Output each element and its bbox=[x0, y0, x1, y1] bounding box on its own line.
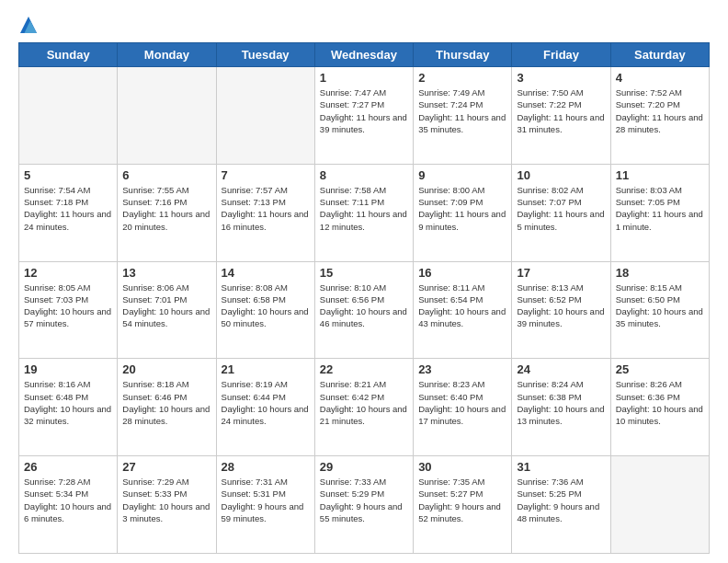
calendar-cell: 30Sunrise: 7:35 AMSunset: 5:27 PMDayligh… bbox=[414, 456, 512, 554]
day-number: 4 bbox=[616, 71, 704, 85]
day-number: 14 bbox=[222, 266, 310, 280]
calendar-cell: 29Sunrise: 7:33 AMSunset: 5:29 PMDayligh… bbox=[314, 456, 413, 554]
day-info: Sunrise: 8:26 AMSunset: 6:36 PMDaylight:… bbox=[616, 378, 704, 427]
day-info: Sunrise: 8:21 AMSunset: 6:42 PMDaylight:… bbox=[320, 378, 408, 427]
logo-icon bbox=[20, 17, 37, 33]
day-info: Sunrise: 7:47 AMSunset: 7:27 PMDaylight:… bbox=[320, 86, 408, 135]
day-info: Sunrise: 7:49 AMSunset: 7:24 PMDaylight:… bbox=[418, 86, 506, 135]
weekday-thursday: Thursday bbox=[414, 43, 512, 67]
week-row: 5Sunrise: 7:54 AMSunset: 7:18 PMDaylight… bbox=[19, 164, 710, 261]
calendar-cell: 2Sunrise: 7:49 AMSunset: 7:24 PMDaylight… bbox=[414, 67, 512, 165]
day-number: 20 bbox=[122, 362, 210, 376]
day-info: Sunrise: 8:06 AMSunset: 7:01 PMDaylight:… bbox=[122, 282, 210, 330]
day-info: Sunrise: 7:31 AMSunset: 5:31 PMDaylight:… bbox=[222, 476, 310, 524]
day-number: 25 bbox=[616, 362, 704, 376]
calendar-cell: 15Sunrise: 8:10 AMSunset: 6:56 PMDayligh… bbox=[314, 261, 413, 359]
day-number: 7 bbox=[222, 168, 310, 182]
day-info: Sunrise: 8:13 AMSunset: 6:52 PMDaylight:… bbox=[517, 282, 605, 330]
day-number: 3 bbox=[517, 71, 605, 85]
header bbox=[18, 15, 710, 33]
weekday-sunday: Sunday bbox=[19, 43, 118, 67]
calendar-cell: 11Sunrise: 8:03 AMSunset: 7:05 PMDayligh… bbox=[610, 164, 709, 261]
day-number: 5 bbox=[24, 168, 112, 182]
day-number: 22 bbox=[320, 362, 408, 376]
calendar: SundayMondayTuesdayWednesdayThursdayFrid… bbox=[18, 42, 710, 554]
day-info: Sunrise: 8:03 AMSunset: 7:05 PMDaylight:… bbox=[616, 184, 704, 233]
page: SundayMondayTuesdayWednesdayThursdayFrid… bbox=[0, 0, 728, 563]
day-info: Sunrise: 7:29 AMSunset: 5:33 PMDaylight:… bbox=[122, 476, 210, 524]
weekday-header-row: SundayMondayTuesdayWednesdayThursdayFrid… bbox=[19, 43, 710, 67]
day-info: Sunrise: 7:52 AMSunset: 7:20 PMDaylight:… bbox=[616, 86, 704, 135]
day-number: 17 bbox=[517, 266, 605, 280]
weekday-friday: Friday bbox=[512, 43, 610, 67]
day-number: 12 bbox=[24, 266, 112, 280]
day-number: 30 bbox=[418, 460, 506, 474]
weekday-monday: Monday bbox=[118, 43, 216, 67]
calendar-cell: 10Sunrise: 8:02 AMSunset: 7:07 PMDayligh… bbox=[512, 164, 610, 261]
day-number: 21 bbox=[222, 362, 310, 376]
calendar-cell: 6Sunrise: 7:55 AMSunset: 7:16 PMDaylight… bbox=[118, 164, 216, 261]
day-info: Sunrise: 8:24 AMSunset: 6:38 PMDaylight:… bbox=[517, 378, 605, 427]
day-info: Sunrise: 8:18 AMSunset: 6:46 PMDaylight:… bbox=[122, 378, 210, 427]
day-number: 31 bbox=[517, 460, 605, 474]
day-info: Sunrise: 7:55 AMSunset: 7:16 PMDaylight:… bbox=[122, 184, 210, 233]
day-info: Sunrise: 8:08 AMSunset: 6:58 PMDaylight:… bbox=[222, 282, 310, 330]
day-number: 11 bbox=[616, 168, 704, 182]
day-number: 10 bbox=[517, 168, 605, 182]
calendar-cell bbox=[118, 67, 216, 165]
day-info: Sunrise: 7:54 AMSunset: 7:18 PMDaylight:… bbox=[24, 184, 112, 233]
calendar-cell: 26Sunrise: 7:28 AMSunset: 5:34 PMDayligh… bbox=[19, 456, 118, 554]
calendar-cell: 1Sunrise: 7:47 AMSunset: 7:27 PMDaylight… bbox=[314, 67, 413, 165]
calendar-cell: 4Sunrise: 7:52 AMSunset: 7:20 PMDaylight… bbox=[610, 67, 709, 165]
day-number: 8 bbox=[320, 168, 408, 182]
day-number: 26 bbox=[24, 460, 112, 474]
day-number: 23 bbox=[418, 362, 506, 376]
day-info: Sunrise: 8:23 AMSunset: 6:40 PMDaylight:… bbox=[418, 378, 506, 427]
day-number: 2 bbox=[418, 71, 506, 85]
day-number: 9 bbox=[418, 168, 506, 182]
calendar-cell: 31Sunrise: 7:36 AMSunset: 5:25 PMDayligh… bbox=[512, 456, 610, 554]
day-info: Sunrise: 8:16 AMSunset: 6:48 PMDaylight:… bbox=[24, 378, 112, 427]
calendar-cell: 19Sunrise: 8:16 AMSunset: 6:48 PMDayligh… bbox=[19, 359, 118, 456]
week-row: 26Sunrise: 7:28 AMSunset: 5:34 PMDayligh… bbox=[19, 456, 710, 554]
day-number: 27 bbox=[122, 460, 210, 474]
calendar-cell: 25Sunrise: 8:26 AMSunset: 6:36 PMDayligh… bbox=[610, 359, 709, 456]
calendar-cell: 12Sunrise: 8:05 AMSunset: 7:03 PMDayligh… bbox=[19, 261, 118, 359]
calendar-cell: 21Sunrise: 8:19 AMSunset: 6:44 PMDayligh… bbox=[216, 359, 314, 456]
calendar-cell: 17Sunrise: 8:13 AMSunset: 6:52 PMDayligh… bbox=[512, 261, 610, 359]
day-info: Sunrise: 8:15 AMSunset: 6:50 PMDaylight:… bbox=[616, 282, 704, 330]
calendar-cell: 3Sunrise: 7:50 AMSunset: 7:22 PMDaylight… bbox=[512, 67, 610, 165]
calendar-cell: 18Sunrise: 8:15 AMSunset: 6:50 PMDayligh… bbox=[610, 261, 709, 359]
day-info: Sunrise: 8:02 AMSunset: 7:07 PMDaylight:… bbox=[517, 184, 605, 233]
day-info: Sunrise: 8:05 AMSunset: 7:03 PMDaylight:… bbox=[24, 282, 112, 330]
day-number: 28 bbox=[222, 460, 310, 474]
logo bbox=[18, 15, 37, 33]
day-info: Sunrise: 7:58 AMSunset: 7:11 PMDaylight:… bbox=[320, 184, 408, 233]
weekday-tuesday: Tuesday bbox=[216, 43, 314, 67]
day-info: Sunrise: 8:19 AMSunset: 6:44 PMDaylight:… bbox=[222, 378, 310, 427]
day-info: Sunrise: 7:28 AMSunset: 5:34 PMDaylight:… bbox=[24, 476, 112, 524]
calendar-cell bbox=[610, 456, 709, 554]
calendar-cell bbox=[216, 67, 314, 165]
day-number: 24 bbox=[517, 362, 605, 376]
day-info: Sunrise: 7:50 AMSunset: 7:22 PMDaylight:… bbox=[517, 86, 605, 135]
day-info: Sunrise: 8:11 AMSunset: 6:54 PMDaylight:… bbox=[418, 282, 506, 330]
calendar-cell: 14Sunrise: 8:08 AMSunset: 6:58 PMDayligh… bbox=[216, 261, 314, 359]
calendar-cell: 23Sunrise: 8:23 AMSunset: 6:40 PMDayligh… bbox=[414, 359, 512, 456]
day-number: 13 bbox=[122, 266, 210, 280]
day-info: Sunrise: 7:36 AMSunset: 5:25 PMDaylight:… bbox=[517, 476, 605, 524]
calendar-cell: 16Sunrise: 8:11 AMSunset: 6:54 PMDayligh… bbox=[414, 261, 512, 359]
weekday-saturday: Saturday bbox=[610, 43, 709, 67]
week-row: 12Sunrise: 8:05 AMSunset: 7:03 PMDayligh… bbox=[19, 261, 710, 359]
calendar-cell: 13Sunrise: 8:06 AMSunset: 7:01 PMDayligh… bbox=[118, 261, 216, 359]
day-number: 19 bbox=[24, 362, 112, 376]
week-row: 19Sunrise: 8:16 AMSunset: 6:48 PMDayligh… bbox=[19, 359, 710, 456]
calendar-cell: 24Sunrise: 8:24 AMSunset: 6:38 PMDayligh… bbox=[512, 359, 610, 456]
day-info: Sunrise: 7:57 AMSunset: 7:13 PMDaylight:… bbox=[222, 184, 310, 233]
day-number: 16 bbox=[418, 266, 506, 280]
day-number: 6 bbox=[122, 168, 210, 182]
day-info: Sunrise: 8:00 AMSunset: 7:09 PMDaylight:… bbox=[418, 184, 506, 233]
weekday-wednesday: Wednesday bbox=[314, 43, 413, 67]
calendar-cell: 9Sunrise: 8:00 AMSunset: 7:09 PMDaylight… bbox=[414, 164, 512, 261]
calendar-cell: 27Sunrise: 7:29 AMSunset: 5:33 PMDayligh… bbox=[118, 456, 216, 554]
